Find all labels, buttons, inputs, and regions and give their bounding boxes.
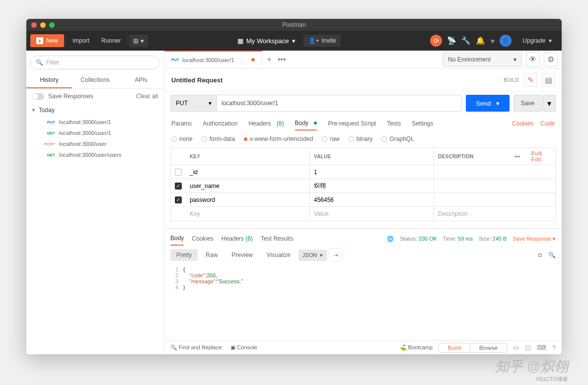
invite-button[interactable]: 👤+Invite [303, 35, 341, 47]
subtab-settings[interactable]: Settings [412, 117, 433, 130]
resp-tab-body[interactable]: Body [170, 232, 184, 246]
window-minimize[interactable] [40, 22, 46, 28]
panel-icon[interactable]: ▤ [542, 73, 555, 86]
request-title[interactable]: Untitled Request [171, 76, 222, 84]
subtab-authorization[interactable]: Authorization [203, 117, 237, 130]
bodytype-urlencoded[interactable]: x-www-form-urlencoded [244, 135, 313, 142]
table-row-new[interactable]: Key Value Description [171, 207, 555, 221]
time-value: 59 ms [458, 236, 473, 242]
fmt-pretty[interactable]: Pretty [170, 249, 198, 261]
pane-split-icon[interactable]: ◫ [525, 344, 531, 351]
search-response-icon[interactable]: 🔍 [548, 252, 556, 258]
resp-tab-tests[interactable]: Test Results [261, 232, 293, 245]
person-add-icon: 👤+ [308, 37, 319, 44]
globe-icon[interactable]: 🌐 [387, 236, 394, 242]
table-row[interactable]: ✓ password 456456 [171, 193, 555, 207]
bulk-edit-button[interactable]: Bulk Edit [531, 150, 551, 162]
tab-apis[interactable]: APIs [118, 72, 164, 88]
heart-icon[interactable]: ♥ [490, 37, 495, 45]
col-key: KEY [186, 148, 310, 165]
table-row[interactable]: _id 1 [171, 165, 555, 179]
notifications-icon[interactable]: 🔔 [476, 36, 485, 45]
row-checkbox[interactable] [175, 169, 182, 176]
comments-icon[interactable]: ✎ [524, 73, 537, 86]
send-button[interactable]: Send▾ [466, 95, 509, 112]
runner-button[interactable]: Runner [95, 34, 127, 47]
help-icon[interactable]: ? [552, 344, 556, 351]
subtab-body[interactable]: Body [295, 117, 317, 130]
col-value: VALUE [310, 148, 434, 165]
sidebar: 🔍Filter History Collections APIs Save Re… [26, 51, 164, 354]
env-settings-icon[interactable]: ⚙ [544, 53, 558, 66]
history-item[interactable]: POSTlocalhost:3000/user [26, 138, 164, 149]
history-item[interactable]: GETlocalhost:3000/user/users [26, 149, 164, 160]
window-title: Postman [282, 21, 305, 28]
subtab-tests[interactable]: Tests [387, 117, 401, 130]
wrap-lines-icon[interactable]: ⇥ [329, 249, 343, 261]
import-button[interactable]: Import [67, 34, 95, 47]
code-link[interactable]: Code [540, 120, 555, 127]
avatar[interactable]: 👤 [500, 35, 512, 47]
console-button[interactable]: ▣ Console [230, 344, 257, 351]
window-menu[interactable]: ⊞ ▾ [129, 35, 148, 47]
bodytype-graphql[interactable]: GraphQL [381, 135, 414, 142]
window-maximize[interactable] [49, 22, 55, 28]
tab-collections[interactable]: Collections [72, 72, 118, 88]
settings-wrench-icon[interactable]: 🔧 [461, 36, 471, 45]
copy-icon[interactable]: ⧉ [538, 252, 542, 258]
capture-icon[interactable]: 📡 [447, 36, 456, 45]
fmt-raw[interactable]: Raw [200, 249, 223, 261]
save-responses-label: Save Responses [48, 93, 93, 100]
find-replace-button[interactable]: 🔍 Find and Replace [170, 344, 221, 351]
clear-all-button[interactable]: Clear all [136, 93, 158, 100]
watermark: 知乎 @炽翎 [495, 357, 568, 376]
row-options-icon[interactable]: ••• [514, 154, 520, 159]
environment-selector[interactable]: No Environment▾ [442, 53, 522, 66]
build-label: BUILD [504, 77, 519, 83]
env-preview-icon[interactable]: 👁 [526, 53, 540, 66]
add-tab-button[interactable]: + [267, 55, 272, 64]
mode-browse[interactable]: Browse [470, 343, 507, 352]
upgrade-button[interactable]: Upgrade ▾ [516, 34, 558, 47]
save-button[interactable]: Save [514, 95, 542, 112]
subtab-headers[interactable]: Headers (8) [248, 117, 284, 130]
subtab-prerequest[interactable]: Pre-request Script [328, 117, 376, 130]
response-body[interactable]: 1{ 2 "code": 200, 3 "message": "Success.… [164, 264, 562, 340]
save-dropdown[interactable]: ▾ [543, 95, 556, 112]
history-item[interactable]: GETlocalhost:3000/user/1 [26, 128, 164, 138]
bootcamp-button[interactable]: ⛳ Bootcamp [400, 344, 433, 351]
bodytype-none[interactable]: none [171, 135, 193, 142]
filter-input[interactable]: 🔍Filter [30, 56, 160, 69]
mode-build[interactable]: Build [439, 343, 470, 352]
resp-tab-cookies[interactable]: Cookies [192, 232, 213, 245]
fmt-preview[interactable]: Preview [225, 249, 259, 261]
bodytype-form-data[interactable]: form-data [202, 135, 235, 142]
row-checkbox[interactable]: ✓ [175, 196, 182, 203]
cookies-link[interactable]: Cookies [512, 120, 533, 127]
fmt-visualize[interactable]: Visualize [261, 249, 296, 261]
table-row[interactable]: ✓ user_name 炽翎 [171, 179, 555, 193]
window-close[interactable] [31, 22, 37, 28]
resp-tab-headers[interactable]: Headers (6) [221, 232, 253, 245]
titlebar: Postman [26, 19, 562, 31]
pane-single-icon[interactable]: ▭ [513, 344, 519, 351]
method-selector[interactable]: PUT▾ [170, 95, 217, 112]
history-group-today[interactable]: ▼Today [26, 104, 164, 117]
new-button[interactable]: +New [30, 34, 64, 47]
bodytype-raw[interactable]: raw [322, 135, 339, 142]
sync-icon[interactable]: ⟳ [430, 35, 442, 47]
keyboard-icon[interactable]: ⌨ [537, 344, 546, 351]
url-input[interactable]: localhost:3000/user/1 [217, 95, 462, 112]
request-tab[interactable]: PUT localhost:3000/user/1 [164, 51, 262, 68]
history-item[interactable]: PUTlocalhost:3000/user/1 [26, 117, 164, 128]
workspace-selector[interactable]: ▦My Workspace▾ [237, 37, 295, 45]
tab-options-button[interactable]: ••• [278, 55, 286, 64]
row-checkbox[interactable]: ✓ [175, 183, 182, 190]
attribution: ©51CTO博客 [536, 376, 568, 383]
save-response-button[interactable]: Save Response ▾ [513, 236, 556, 242]
subtab-params[interactable]: Params [171, 117, 192, 130]
bodytype-binary[interactable]: binary [349, 135, 373, 142]
save-responses-toggle[interactable] [32, 93, 44, 100]
tab-history[interactable]: History [26, 72, 72, 88]
format-selector[interactable]: JSON▾ [298, 250, 327, 261]
